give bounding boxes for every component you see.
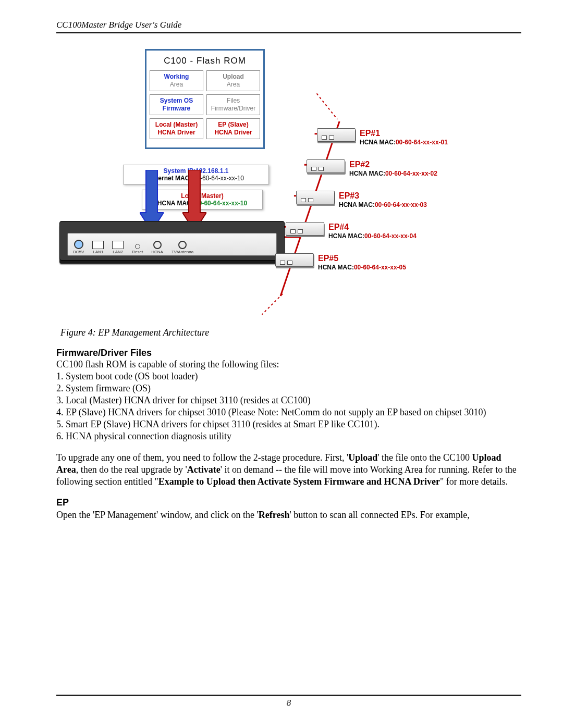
rom-files: Files Firmware/Driver <box>206 94 260 115</box>
ep-node: EP#2 HCNA MAC:00-60-64-xx-xx-02 <box>307 159 476 178</box>
page-number: 8 <box>56 695 521 708</box>
ep-device-icon <box>317 128 356 142</box>
ep-title: EP#5 <box>318 253 406 263</box>
firmware-file-list: 1. System boot code (OS boot loader) 2. … <box>56 371 521 442</box>
ep-title: EP#1 <box>360 128 448 138</box>
section-ep-heading: EP <box>56 497 521 508</box>
ep-node: EP#5 HCNA MAC:00-60-64-xx-xx-05 <box>275 253 445 272</box>
ep-node: EP#4 HCNA MAC:00-60-64-xx-xx-04 <box>286 222 455 240</box>
ep-device-icon <box>296 191 335 204</box>
port-tv: TV/Antenna <box>172 241 193 254</box>
flash-rom-title: C100 - Flash ROM <box>150 54 260 70</box>
rom-working-header: Working Area <box>150 70 203 91</box>
rom-upload-header: Upload Area <box>206 70 260 91</box>
ep-title: EP#3 <box>339 191 427 201</box>
ep-node: EP#1 HCNA MAC:00-60-64-xx-xx-01 <box>317 128 486 146</box>
svg-line-1 <box>262 294 283 315</box>
rom-local-driver: Local (Master) HCNA Driver <box>150 118 203 139</box>
ep-title: EP#2 <box>349 159 437 169</box>
ep-device-icon <box>307 159 345 173</box>
rom-ep-driver: EP (Slave) HCNA Driver <box>206 118 260 139</box>
rom-sysos: System OS Firmware <box>150 94 203 115</box>
figure-ep-architecture: C100 - Flash ROM Working Area Upload Are… <box>56 40 521 316</box>
running-head: CC100Master Bridge User's Guide <box>56 20 521 33</box>
master-device-chassis: DC5V LAN1 LAN2 Reset HCNA TV/Antenna <box>59 221 285 261</box>
section-firmware-heading: Firmware/Driver Files <box>56 348 521 359</box>
list-item: 2. System firmware (OS) <box>56 382 521 394</box>
list-item: 3. Local (Master) HCNA driver for chipse… <box>56 394 521 406</box>
list-item: 6. HCNA physical connection diagnosis ut… <box>56 430 521 442</box>
ep-paragraph: Open the 'EP Management' window, and cli… <box>56 509 521 521</box>
svg-line-0 <box>317 93 338 119</box>
upgrade-procedure-paragraph: To upgrade any one of them, you need to … <box>56 452 521 488</box>
ep-title: EP#4 <box>328 222 417 232</box>
list-item: 5. Smart EP (Slave) HCNA drivers for chi… <box>56 418 521 430</box>
port-lan2: LAN2 <box>112 241 124 254</box>
port-lan1: LAN1 <box>92 241 104 254</box>
port-reset: Reset <box>132 244 143 254</box>
rom-row-headers: Working Area Upload Area <box>150 70 260 91</box>
ep-device-icon <box>286 222 324 236</box>
list-item: 4. EP (Slave) HCNA drivers for chipset 3… <box>56 406 521 418</box>
port-hcna: HCNA <box>151 241 163 254</box>
flash-rom-box: C100 - Flash ROM Working Area Upload Are… <box>145 49 265 149</box>
section-firmware-intro: CC100 flash ROM is capable of storing th… <box>56 359 521 371</box>
rom-row-firmware: System OS Firmware Files Firmware/Driver <box>150 94 260 115</box>
chassis-face: DC5V LAN1 LAN2 Reset HCNA TV/Antenna <box>67 233 277 256</box>
ep-node: EP#3 HCNA MAC:00-60-64-xx-xx-03 <box>296 191 466 209</box>
figure-caption: Figure 4: EP Management Architecture <box>60 327 521 338</box>
rom-row-drivers: Local (Master) HCNA Driver EP (Slave) HC… <box>150 118 260 139</box>
ep-device-icon <box>275 253 314 267</box>
port-dc5v: DC5V <box>73 240 84 254</box>
list-item: 1. System boot code (OS boot loader) <box>56 371 521 382</box>
